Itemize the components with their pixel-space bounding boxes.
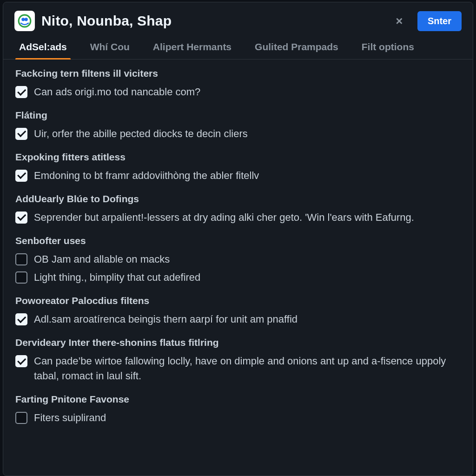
- primary-action-button[interactable]: Snter: [417, 11, 462, 31]
- section-title: Fláting: [15, 110, 461, 121]
- section-title: Poworeator Palocdius filtens: [15, 295, 461, 306]
- checkbox[interactable]: [15, 253, 27, 265]
- settings-scroll-area[interactable]: Fackcing tern filtens ill viciters Can a…: [3, 60, 473, 476]
- app-icon: [14, 11, 35, 31]
- section: Poworeator Palocdius filtens Adl.sam aro…: [15, 295, 461, 327]
- checkbox-row[interactable]: Can pade’be wirtoe fallowing loclly, hav…: [15, 354, 461, 383]
- checkbox-label: Fiters suiplirand: [34, 410, 106, 425]
- svg-point-1: [21, 18, 25, 21]
- section-title: Senbofter uses: [15, 235, 461, 246]
- section-title: Expoking fitters atitless: [15, 152, 461, 163]
- checkbox[interactable]: [15, 412, 27, 424]
- checkbox[interactable]: [15, 271, 27, 284]
- section-title: Farting Pnitone Favonse: [15, 394, 461, 405]
- checkbox-row[interactable]: Uir, orfer the abille pected diocks te d…: [15, 126, 461, 141]
- checkbox-label: OB Jam and allable on macks: [34, 252, 170, 267]
- checkbox-row[interactable]: Emdoning to bt framr addoviithòng the ab…: [15, 168, 461, 183]
- checkbox-label: Uir, orfer the abille pected diocks te d…: [34, 126, 248, 141]
- checkbox-label: Adl.sam aroatírenca beingis thern aarpí …: [34, 312, 298, 327]
- tab-adsel-ads[interactable]: AdSel:ads: [15, 36, 71, 59]
- checkbox-row[interactable]: Seprender but arpalient!-lessers at dry …: [15, 210, 461, 225]
- checkbox-label: Light thing., bimplity that cut adefired: [34, 270, 200, 285]
- section-title: Dervideary Inter there-shonins flatus fi…: [15, 337, 461, 348]
- tab-whi-cou[interactable]: Whí Cou: [86, 36, 133, 59]
- section: Fláting Uir, orfer the abille pected dio…: [15, 110, 461, 141]
- tab-alipert-hermants[interactable]: Alipert Hermants: [149, 36, 235, 59]
- checkbox-label: Seprender but arpalient!-lessers at dry …: [34, 210, 414, 225]
- section: Fackcing tern filtens ill viciters Can a…: [15, 68, 461, 99]
- section: Dervideary Inter there-shonins flatus fi…: [15, 337, 461, 383]
- checkbox-row[interactable]: Fiters suiplirand: [15, 410, 461, 425]
- section: Senbofter uses OB Jam and allable on mac…: [15, 235, 461, 285]
- checkbox[interactable]: [15, 86, 27, 98]
- checkbox-row[interactable]: Can ads origi.mo tod nancable com?: [15, 85, 461, 99]
- checkbox[interactable]: [15, 170, 27, 182]
- checkbox-row[interactable]: Light thing., bimplity that cut adefired: [15, 270, 461, 285]
- checkbox-label: Can ads origi.mo tod nancable com?: [34, 85, 200, 99]
- section-title: Fackcing tern filtens ill viciters: [15, 68, 461, 79]
- header: Nito, Nounba, Shap × Snter: [3, 2, 473, 36]
- checkbox[interactable]: [15, 313, 27, 325]
- checkbox-row[interactable]: Adl.sam aroatírenca beingis thern aarpí …: [15, 312, 461, 327]
- checkbox-label: Can pade’be wirtoe fallowing loclly, hav…: [34, 354, 461, 383]
- checkbox[interactable]: [15, 212, 27, 224]
- close-button[interactable]: ×: [391, 13, 407, 29]
- tab-bar: AdSel:ads Whí Cou Alipert Hermants Gulit…: [3, 36, 473, 60]
- tab-gulited-prampads[interactable]: Gulited Prampads: [251, 36, 342, 59]
- svg-point-2: [25, 18, 28, 21]
- checkbox-label: Emdoning to bt framr addoviithòng the ab…: [34, 168, 259, 183]
- checkbox[interactable]: [15, 355, 27, 367]
- checkbox[interactable]: [15, 128, 27, 140]
- section: Expoking fitters atitless Emdoning to bt…: [15, 152, 461, 183]
- window-title: Nito, Nounba, Shap: [41, 13, 385, 29]
- section-title: AddUearly Blúe to Dofings: [15, 193, 461, 205]
- tab-filt-options[interactable]: Filt options: [358, 36, 418, 59]
- section: Farting Pnitone Favonse Fiters suipliran…: [15, 394, 461, 425]
- extension-window: Nito, Nounba, Shap × Snter AdSel:ads Whí…: [3, 2, 473, 476]
- section: AddUearly Blúe to Dofings Seprender but …: [15, 193, 461, 225]
- checkbox-row[interactable]: OB Jam and allable on macks: [15, 252, 461, 267]
